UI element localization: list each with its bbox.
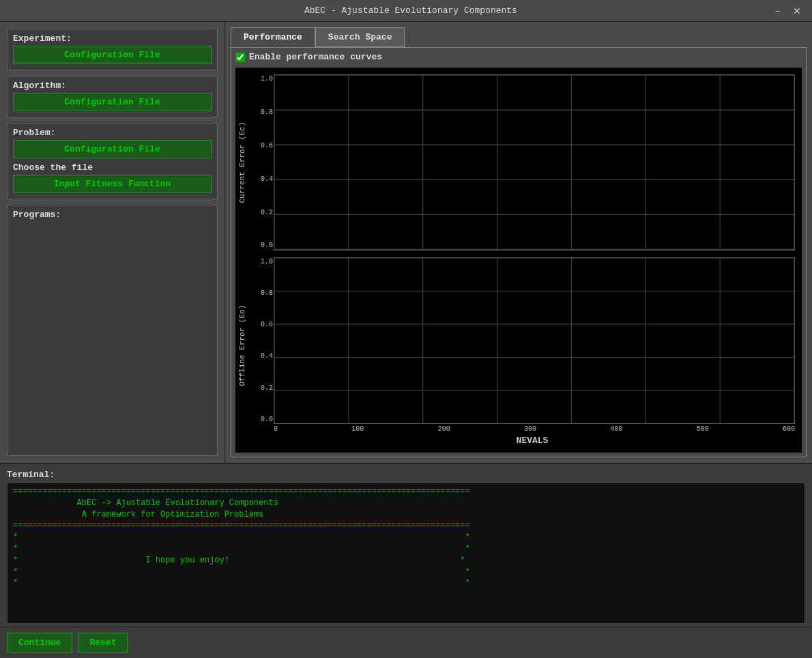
experiment-label: Experiment: [13,33,212,44]
enable-curves-row: Enable performance curves [235,52,802,62]
enable-curves-label: Enable performance curves [249,52,382,62]
problem-config-button[interactable]: Configuration File [13,140,212,158]
terminal-line-6: * * [13,543,799,555]
top-section: Experiment: Configuration File Algorithm… [0,22,812,463]
title-bar: AbEC - Ajustable Evolutionary Components… [0,0,812,22]
choose-file-label: Choose the file [13,162,212,173]
minimize-button[interactable]: − [772,5,783,16]
reset-button[interactable]: Reset [78,633,128,653]
problem-section: Problem: Configuration File Choose the f… [7,123,218,199]
algorithm-label: Algorithm: [13,81,212,91]
chart-offline-error: Offline Error (Eo) 1.0 0.8 0.6 0.4 0.2 0… [235,257,795,433]
terminal-line-7: * I hope you enjoy! * [13,555,799,567]
programs-section: Programs: [7,205,218,456]
algorithm-section: Algorithm: Configuration File [7,76,218,117]
chart2-inner: 1.0 0.8 0.6 0.4 0.2 0.0 [274,257,795,433]
main-content: Experiment: Configuration File Algorithm… [0,22,812,658]
window-title: AbEC - Ajustable Evolutionary Components [49,5,772,16]
bottom-bar: Continue Reset [0,627,812,658]
tab-search-space[interactable]: Search Space [315,27,405,47]
y-axis-label-eo: Offline Error (Eo) [235,257,249,433]
tab-performance[interactable]: Performance [231,27,315,47]
enable-curves-checkbox[interactable] [235,53,245,62]
x-axis-ticks: 0 100 200 300 400 500 600 [274,424,795,433]
y-axis-label-ec: Current Error (Ec) [235,74,249,251]
continue-button[interactable]: Continue [7,633,72,653]
programs-content [13,222,212,450]
chart1-grid: 1.0 0.8 0.6 0.4 0.2 0.0 [274,74,795,251]
experiment-config-button[interactable]: Configuration File [13,46,212,64]
terminal-label: Terminal: [7,470,805,480]
programs-label: Programs: [13,210,212,220]
chart-current-error: Current Error (Ec) 1.0 0.8 0.6 0.4 0.2 0… [235,74,795,251]
close-button[interactable]: ✕ [790,5,804,16]
tab-content-performance: Enable performance curves Current Error … [231,47,807,457]
experiment-section: Experiment: Configuration File [7,29,218,70]
terminal-line-1: ========================================… [13,486,799,498]
chart2-grid: 1.0 0.8 0.6 0.4 0.2 0.0 [274,257,795,425]
chart1-svg [274,75,794,250]
problem-label: Problem: [13,128,212,138]
terminal-line-8: * * [13,567,799,578]
terminal-line-9: * * [13,577,799,589]
terminal-section: Terminal: ==============================… [0,463,812,627]
chart2-svg [274,258,794,424]
algorithm-config-button[interactable]: Configuration File [13,93,212,111]
chart1-y-ticks: 1.0 0.8 0.6 0.4 0.2 0.0 [252,75,273,250]
terminal-content[interactable]: ========================================… [7,483,805,624]
chart2-y-ticks: 1.0 0.8 0.6 0.4 0.2 0.0 [252,258,273,424]
terminal-line-2: AbEC -> Ajustable Evolutionary Component… [13,498,799,509]
tab-bar: Performance Search Space [231,27,807,47]
chart1-inner: 1.0 0.8 0.6 0.4 0.2 0.0 [274,74,795,251]
terminal-line-5: * * [13,532,799,543]
window-controls: − ✕ [772,5,804,16]
terminal-line-4: ========================================… [13,520,799,532]
charts-area: Current Error (Ec) 1.0 0.8 0.6 0.4 0.2 0… [235,68,802,453]
x-axis-label: NEVALS [270,435,795,446]
terminal-line-3: A framework for Optimization Problems [13,509,799,521]
left-panel: Experiment: Configuration File Algorithm… [0,22,225,463]
right-panel: Performance Search Space Enable performa… [225,22,812,463]
fitness-function-button[interactable]: Input Fitness Function [13,175,212,193]
